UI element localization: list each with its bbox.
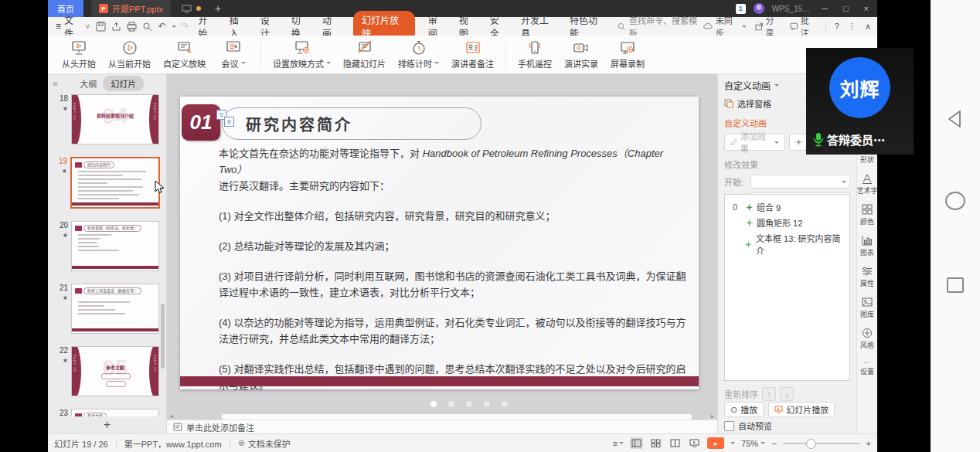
animation-order-tag[interactable]: 0 [224, 117, 234, 127]
scroll-right-arrow[interactable]: ▸ [711, 413, 714, 420]
play-button[interactable]: ⊙ 播放 [724, 402, 764, 417]
tool-style[interactable]: 风格 [860, 328, 874, 359]
print-icon[interactable] [127, 22, 137, 32]
divider [505, 42, 506, 68]
move-up-button[interactable]: ↑ [762, 387, 776, 401]
save-icon[interactable] [96, 22, 106, 32]
zoom-slider[interactable] [783, 443, 860, 444]
zoom-in-button[interactable]: + [866, 439, 871, 448]
phone-remote-button[interactable]: 手机遥控 [513, 39, 556, 71]
redo-icon[interactable]: ↷ [182, 21, 189, 32]
style-icon [862, 328, 873, 338]
notes-bar[interactable]: 单击此处添加备注 [167, 420, 717, 433]
zoom-out-button[interactable]: − [771, 439, 776, 448]
horizontal-scrollbar[interactable]: ◂ ▸ [170, 413, 714, 420]
maximize-button[interactable]: □ [839, 4, 852, 13]
collapse-ribbon-button[interactable]: ∧ [865, 22, 871, 32]
editing-canvas[interactable]: 01 0 0 研究内容简介 本论文首先在奈达的功能对等理论指导下，对 Handb… [167, 74, 717, 420]
slide-position-indicator: 幻灯片 19 / 26 [54, 437, 108, 450]
minimize-button[interactable]: ─ [818, 4, 832, 13]
caret-icon[interactable] [730, 442, 735, 444]
account-name[interactable]: WPS_15… [772, 5, 810, 13]
tool-properties[interactable]: 属性 [860, 266, 874, 297]
modify-effect-label: 修改效果 [724, 158, 850, 171]
view-show-button[interactable] [688, 437, 701, 449]
auto-preview-option[interactable]: 自动预览 [724, 420, 772, 432]
nav-home-button[interactable] [944, 189, 967, 212]
slide-thumbnail-23[interactable]: 参考文献 [71, 409, 159, 416]
tab-document[interactable]: P 开题PPT.pptx [91, 0, 171, 17]
list-icon: ≡ [613, 439, 618, 448]
account-avatar[interactable] [754, 3, 764, 14]
play-from-current-button[interactable]: 从当前开始 [104, 39, 155, 71]
view-sorter-button[interactable] [649, 437, 662, 449]
animation-item-group9[interactable]: 0 组合 9 [725, 199, 849, 215]
add-slide-button[interactable]: + [48, 416, 166, 433]
presenter-display-icon[interactable] [182, 5, 192, 13]
slide-thumbnail-21[interactable]: 检索工具及渠道（数据库等） [71, 284, 159, 334]
meeting-video-overlay[interactable]: 刘辉 答辩委员⋯ [806, 48, 914, 155]
tab-outline[interactable]: 大纲 [80, 77, 97, 90]
tool-colors[interactable]: 颜色 [860, 204, 874, 235]
close-button[interactable]: × [860, 4, 873, 13]
tool-charts[interactable]: 图表 [860, 235, 874, 266]
speaker-notes-button[interactable]: 演讲者备注 [447, 39, 499, 71]
print-preview-icon[interactable] [142, 22, 152, 32]
undo-caret-icon[interactable] [172, 25, 176, 28]
rehearse-timing-button[interactable]: 排练计时 [393, 39, 444, 71]
tool-gallery[interactable]: 图库 [860, 297, 874, 328]
play-from-current-icon [121, 40, 138, 56]
animation-item-roundrect12[interactable]: 圆角矩形 12 [725, 215, 849, 230]
thumbnail-title: 研究内容简介 [83, 161, 114, 168]
thumbnail-scrollbar[interactable] [161, 304, 165, 369]
custom-show-button[interactable]: 自定义放映 [158, 39, 210, 71]
nav-recents-button[interactable] [946, 277, 965, 294]
notification-badge[interactable]: 1 [736, 4, 746, 14]
more-menu-button[interactable]: ⋮ [848, 22, 856, 32]
slide-title-box[interactable]: 研究内容简介 [222, 107, 481, 140]
setup-show-button[interactable]: 设置放映方式 [268, 39, 335, 71]
animation-item-textbox13[interactable]: 文本框 13: 研究内容简介 [725, 230, 849, 258]
slide-19-canvas[interactable]: 01 0 0 研究内容简介 本论文首先在奈达的功能对等理论指导下，对 Handb… [180, 97, 699, 389]
move-down-button[interactable]: ↓ [780, 387, 794, 401]
hide-slide-button[interactable]: 隐藏幻灯片 [339, 39, 390, 71]
undo-icon[interactable]: ↶ [158, 21, 165, 32]
play-from-start-button[interactable]: 从头开始 [57, 39, 100, 71]
tool-settings[interactable]: ⋯ 设置 [860, 360, 874, 391]
help-button[interactable]: ? [835, 22, 839, 31]
auto-preview-checkbox[interactable] [724, 421, 734, 431]
slideshow-play-button[interactable]: ▸ [707, 437, 724, 449]
zoom-slider-knob[interactable] [806, 439, 816, 449]
export-icon[interactable] [111, 22, 121, 32]
thumbnail-row-18: 18★ PART 04 PART 04 04 资料检索情况介绍 [48, 94, 160, 144]
play-circle-icon: ⊙ [730, 405, 737, 415]
nav-back-button[interactable] [945, 109, 965, 129]
protection-status[interactable]: ⊗ 文档未保护 [238, 437, 291, 450]
add-effect-button[interactable]: 添加效果 [724, 134, 785, 151]
zoom-level[interactable]: 75% [741, 439, 765, 448]
screen-record-button[interactable]: 屏幕录制 [606, 39, 649, 71]
meeting-button[interactable]: 会议 [213, 39, 254, 71]
sparkle-icon [795, 138, 802, 146]
start-dropdown[interactable] [750, 175, 850, 189]
slide-thumbnail-19-selected[interactable]: 研究内容简介 [70, 157, 160, 209]
collapse-panel-button[interactable]: « [53, 78, 58, 89]
slide-number: 22 [60, 346, 68, 355]
scroll-left-arrow[interactable]: ◂ [170, 413, 173, 420]
slide-thumbnail-18[interactable]: PART 04 PART 04 04 资料检索情况介绍 [71, 94, 159, 144]
slide-thumbnail-22[interactable]: PART 05 PART 05 05 参考文献 [71, 346, 159, 396]
divider [230, 439, 230, 448]
slide-number-badge[interactable]: 01 [182, 104, 220, 141]
scrollbar-thumb[interactable] [221, 413, 692, 420]
view-reading-button[interactable] [669, 437, 682, 449]
slide-body-text[interactable]: 本论文首先在奈达的功能对等理论指导下，对 Handbook of Petrole… [219, 145, 692, 407]
caret-icon [774, 84, 779, 87]
slideshow-play-button[interactable]: 幻灯片播放 [768, 402, 835, 417]
tab-slides[interactable]: 幻灯片 [103, 76, 144, 91]
tool-wordart[interactable]: 艺术字 [857, 173, 878, 204]
notes-toggle[interactable]: ≡ [613, 439, 624, 448]
caret-icon [761, 442, 765, 444]
lecture-record-button[interactable]: 演讲实录 [560, 39, 603, 71]
slide-thumbnail-20[interactable]: 检索策略（检索词、检索式） [71, 221, 159, 271]
view-normal-button[interactable] [630, 437, 643, 449]
